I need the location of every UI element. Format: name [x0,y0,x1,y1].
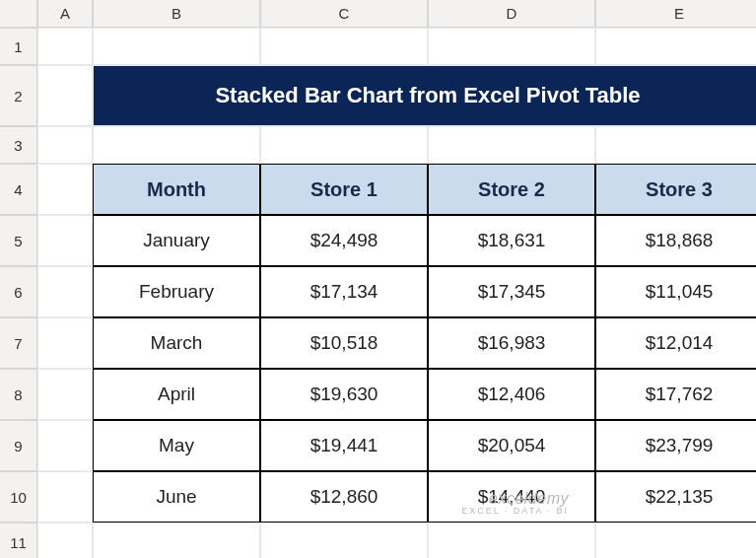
table-cell[interactable]: $17,134 [260,266,428,317]
cell[interactable] [260,126,428,164]
cell[interactable] [37,266,93,317]
row-header-11[interactable]: 11 [0,523,37,558]
table-header-store1[interactable]: Store 1 [260,164,428,215]
table-cell[interactable]: $12,406 [428,369,595,420]
table-cell[interactable]: May [93,420,260,471]
row-header-8[interactable]: 8 [0,369,37,420]
col-header-C[interactable]: C [260,0,428,28]
table-cell[interactable]: $12,860 [260,471,428,523]
table-cell[interactable]: March [93,317,260,369]
col-header-D[interactable]: D [428,0,595,28]
cell[interactable] [37,28,93,65]
cell[interactable] [37,164,93,215]
col-header-B[interactable]: B [93,0,260,28]
spreadsheet-grid[interactable]: A B C D E 1 2 3 4 5 6 7 8 9 10 11 Stacke… [0,0,756,558]
table-cell[interactable]: January [93,215,260,266]
cell[interactable] [595,523,756,558]
table-cell[interactable]: $22,135 [595,471,756,523]
cell[interactable] [37,420,93,471]
cell[interactable] [37,369,93,420]
cell[interactable] [428,126,595,164]
row-header-2[interactable]: 2 [0,65,37,126]
row-header-7[interactable]: 7 [0,317,37,369]
table-cell[interactable]: June [93,471,260,523]
col-header-A[interactable]: A [37,0,93,28]
cell[interactable] [37,65,93,126]
table-cell[interactable]: $17,762 [595,369,756,420]
cell[interactable] [428,523,595,558]
cell[interactable] [37,523,93,558]
row-header-6[interactable]: 6 [0,266,37,317]
cell[interactable] [37,126,93,164]
cell[interactable] [93,126,260,164]
row-header-5[interactable]: 5 [0,215,37,266]
table-cell[interactable]: $19,441 [260,420,428,471]
cell[interactable] [37,471,93,523]
table-header-month[interactable]: Month [93,164,260,215]
table-header-store3[interactable]: Store 3 [595,164,756,215]
table-cell[interactable]: $17,345 [428,266,595,317]
table-cell[interactable]: February [93,266,260,317]
row-header-3[interactable]: 3 [0,126,37,164]
cell[interactable] [595,126,756,164]
row-header-1[interactable]: 1 [0,28,37,65]
table-cell[interactable]: $20,054 [428,420,595,471]
select-all-corner[interactable] [0,0,37,28]
table-cell[interactable]: $24,498 [260,215,428,266]
table-header-store2[interactable]: Store 2 [428,164,595,215]
table-cell[interactable]: $18,631 [428,215,595,266]
table-cell[interactable]: $19,630 [260,369,428,420]
table-cell[interactable]: $14,440 [428,471,595,523]
cell[interactable] [37,317,93,369]
table-cell[interactable]: $11,045 [595,266,756,317]
row-header-10[interactable]: 10 [0,471,37,523]
row-header-9[interactable]: 9 [0,420,37,471]
cell[interactable] [37,215,93,266]
cell[interactable] [260,523,428,558]
table-cell[interactable]: $23,799 [595,420,756,471]
page-title[interactable]: Stacked Bar Chart from Excel Pivot Table [93,65,756,126]
col-header-E[interactable]: E [595,0,756,28]
cell[interactable] [93,523,260,558]
table-cell[interactable]: $12,014 [595,317,756,369]
table-cell[interactable]: April [93,369,260,420]
cell[interactable] [260,28,428,65]
table-cell[interactable]: $18,868 [595,215,756,266]
cell[interactable] [595,28,756,65]
table-cell[interactable]: $10,518 [260,317,428,369]
cell[interactable] [428,28,595,65]
row-header-4[interactable]: 4 [0,164,37,215]
cell[interactable] [93,28,260,65]
table-cell[interactable]: $16,983 [428,317,595,369]
